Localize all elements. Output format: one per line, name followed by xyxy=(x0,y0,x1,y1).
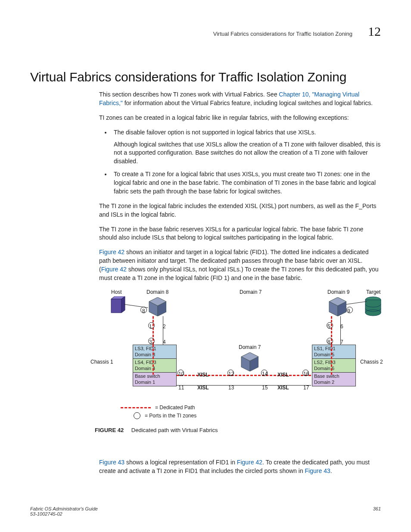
stack-row: Base switchDomain 1 xyxy=(133,372,176,386)
exception-list: The disable failover option is not suppo… xyxy=(99,128,381,196)
list-item: The disable failover option is not suppo… xyxy=(111,128,381,166)
text: for information about the Virtual Fabric… xyxy=(123,100,373,106)
body-column: This section describes how TI zones work… xyxy=(99,90,381,476)
switch-domain-7-icon xyxy=(240,352,258,371)
intro-paragraph-1: This section describes how TI zones work… xyxy=(99,90,381,108)
xref-figure-42[interactable]: Figure 42 xyxy=(99,249,125,255)
text: The disable failover option is not suppo… xyxy=(114,128,381,137)
label-host: Host xyxy=(111,289,122,296)
intro-paragraph-2: TI zones can be created in a logical fab… xyxy=(99,114,381,122)
stack-row: Base switchDomain 2 xyxy=(312,372,355,386)
ti-port-ring xyxy=(148,322,155,329)
paragraph: The TI zone in the logical fabric includ… xyxy=(99,202,381,219)
target-icon xyxy=(364,296,382,316)
figure-42: Host Domain 8 Domain 7 Domain 9 Target xyxy=(99,289,381,452)
xisl-label: XISL xyxy=(197,384,209,392)
text: Although logical switches that use XISLs… xyxy=(114,140,381,166)
ti-port-ring xyxy=(327,338,333,344)
xref-figure-42[interactable]: Figure 42 xyxy=(237,459,262,466)
closing-paragraph: Figure 43 shows a logical representation… xyxy=(99,458,381,476)
legend-dash-icon xyxy=(121,407,151,408)
text: This section describes how TI zones work… xyxy=(99,91,279,98)
svg-marker-0 xyxy=(111,299,121,313)
xisl-label: XISL xyxy=(277,371,289,379)
label-domain-7: Domain 7 xyxy=(239,344,261,351)
figure-caption-label: FIGURE 42 xyxy=(95,427,124,433)
chapter-number: 12 xyxy=(368,24,381,39)
legend-text: = Dedicated Path xyxy=(155,404,195,411)
ti-port-ring xyxy=(177,370,184,376)
ti-port-ring xyxy=(261,370,268,376)
stack-row: LS2, FID3Domain 6 xyxy=(312,358,355,372)
link-line xyxy=(346,301,367,305)
label-target: Target xyxy=(366,289,380,296)
stack-row: LS4, FID3Domain 4 xyxy=(133,358,176,372)
page-number: 361 xyxy=(373,506,381,516)
text: To create a TI zone for a logical fabric… xyxy=(114,170,381,196)
legend-ring-icon xyxy=(134,412,140,419)
page-title: Virtual Fabrics considerations for Traff… xyxy=(30,70,381,84)
legend-text: = Ports in the TI zones xyxy=(145,412,196,420)
running-header: Virtual Fabrics considerations for Traff… xyxy=(30,24,381,39)
paragraph: The TI zone in the base fabric reserves … xyxy=(99,225,381,243)
dedicated-path xyxy=(177,375,311,376)
label-chassis-2: Chassis 2 xyxy=(360,358,383,366)
ti-port-ring xyxy=(346,307,353,313)
port-number: 6 xyxy=(340,323,343,330)
xref-figure-43[interactable]: Figure 43 xyxy=(305,467,330,474)
stack-row: LS1, FID1Domain 5 xyxy=(312,345,355,358)
figure-caption-text: Dedicated path with Virtual Fabrics xyxy=(131,427,218,433)
switch-domain-8-icon xyxy=(147,297,166,316)
ti-port-ring xyxy=(227,370,234,376)
xisl-label: XISL xyxy=(197,371,209,379)
book-title: Fabric OS Administrator's Guide xyxy=(30,506,98,511)
page: Virtual Fabrics considerations for Traff… xyxy=(0,0,411,532)
text: . xyxy=(330,467,332,474)
paragraph: Figure 42 shows an initiator and target … xyxy=(99,248,381,283)
host-icon xyxy=(107,296,126,315)
doc-number: 53-1002745-02 xyxy=(30,511,62,516)
xisl-label: XISL xyxy=(277,384,289,392)
legend-row: = Dedicated Path xyxy=(121,404,196,411)
chassis-1-stack: LS3, FID1Domain 3 LS4, FID3Domain 4 Base… xyxy=(133,345,177,386)
text: shows a logical representation of FID1 i… xyxy=(125,459,237,466)
label-domain-9: Domain 9 xyxy=(327,289,349,296)
ti-port-ring xyxy=(140,307,147,313)
figure-caption: FIGURE 42 Dedicated path with Virtual Fa… xyxy=(95,426,218,434)
label-chassis-1: Chassis 1 xyxy=(90,358,113,366)
footer-left: Fabric OS Administrator's Guide 53-10027… xyxy=(30,506,98,516)
label-domain-8: Domain 8 xyxy=(146,289,168,296)
port-number: 15 xyxy=(262,384,268,392)
chassis-2-stack: LS1, FID1Domain 5 LS2, FID3Domain 6 Base… xyxy=(312,345,356,386)
port-number: 13 xyxy=(228,384,234,392)
port-number: 2 xyxy=(163,323,166,330)
ti-port-ring xyxy=(148,338,155,344)
legend-row: = Ports in the TI zones xyxy=(121,412,196,420)
figure-legend: = Dedicated Path = Ports in the TI zones xyxy=(95,403,196,420)
stack-row: LS3, FID1Domain 3 xyxy=(133,345,176,358)
xref-figure-42[interactable]: Figure 42 xyxy=(101,266,127,273)
page-footer: Fabric OS Administrator's Guide 53-10027… xyxy=(30,506,381,516)
dedicated-path xyxy=(331,345,332,375)
port-number: 17 xyxy=(303,384,309,392)
dedicated-path xyxy=(153,345,154,375)
port-number: 7 xyxy=(340,339,343,346)
xref-figure-43[interactable]: Figure 43 xyxy=(99,459,125,466)
text: shows only physical ISLs, not logical IS… xyxy=(99,266,379,281)
ti-port-ring xyxy=(302,370,309,376)
ti-port-ring xyxy=(327,322,333,329)
port-number: 11 xyxy=(178,384,184,392)
xisl-line xyxy=(177,385,311,386)
port-number: 4 xyxy=(163,339,166,346)
running-title: Virtual Fabrics considerations for Traff… xyxy=(213,31,352,37)
label-domain-7: Domain 7 xyxy=(240,289,262,296)
list-item: To create a TI zone for a logical fabric… xyxy=(111,170,381,196)
switch-domain-9-icon xyxy=(327,297,346,316)
